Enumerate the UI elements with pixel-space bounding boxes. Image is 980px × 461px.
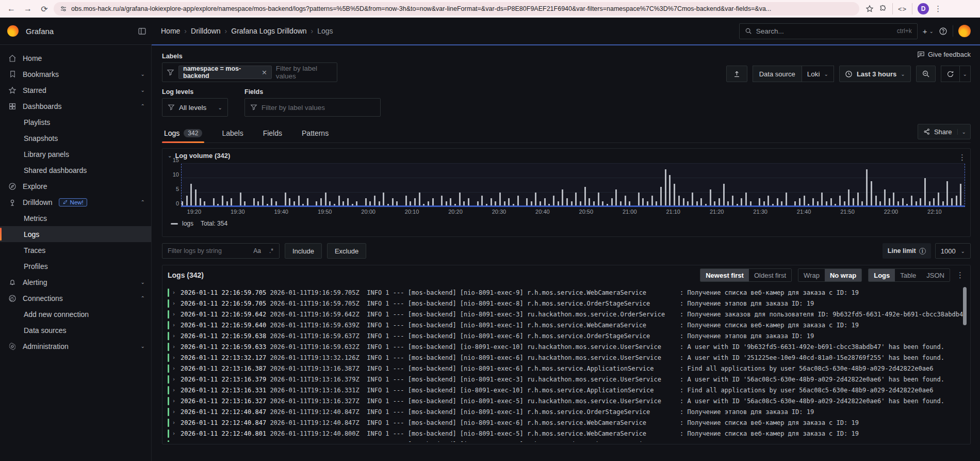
log-levels-dropdown[interactable]: All levels ⌄ [162,98,228,117]
sidebar-item-profiles[interactable]: Profiles [0,258,151,274]
sidebar-item-playlists[interactable]: Playlists [0,114,151,130]
upload-button[interactable] [726,66,747,82]
log-row[interactable]: ›2026-01-11 22:16:59.638 2026-01-11T19:1… [168,330,968,341]
sidebar-item-explore[interactable]: Explore [0,178,151,194]
exclude-button[interactable]: Exclude [327,243,366,259]
log-row[interactable]: ›2026-01-11 22:13:16.331 2026-01-11T19:1… [168,385,968,395]
share-dropdown[interactable]: ⌄ [957,129,970,135]
log-row[interactable]: ›2026-01-11 22:12:40.847 2026-01-11T19:1… [168,406,968,417]
collapse-chevron-icon[interactable]: ⌄ [168,153,172,158]
log-string-filter-input[interactable]: Filter logs by string Aa .* [162,243,280,259]
log-row[interactable]: ›2026-01-11 22:16:59.705 2026-01-11T19:1… [168,287,968,298]
expand-row-icon[interactable]: › [172,322,177,328]
sidebar-item-library-panels[interactable]: Library panels [0,146,151,162]
sidebar-item-bookmarks[interactable]: Bookmarks⌄ [0,66,151,82]
logs-scrollbar-thumb[interactable] [963,287,967,325]
log-row[interactable]: ›2026-01-11 22:16:59.705 2026-01-11T19:1… [168,298,968,309]
view-json[interactable]: JSON [921,269,950,281]
tab-fields[interactable]: Fields [261,125,284,142]
log-row[interactable]: ›2026-01-11 22:12:40.847 2026-01-11T19:1… [168,417,968,428]
remove-chip-icon[interactable]: ✕ [262,69,267,76]
tab-patterns[interactable]: Patterns [300,125,331,142]
chevron-down-icon[interactable]: ⌄ [141,279,145,285]
log-volume-plot[interactable] [181,164,965,207]
fields-filter-input[interactable]: Filter by label values [244,98,381,117]
chevron-up-icon[interactable]: ⌃ [141,199,145,205]
expand-row-icon[interactable]: › [172,376,177,382]
extensions-icon[interactable] [879,5,887,13]
expand-row-icon[interactable]: › [172,355,177,360]
expand-row-icon[interactable]: › [172,300,177,306]
breadcrumb-item-grafana-logs-drilldown[interactable]: Grafana Logs Drilldown [231,27,306,35]
give-feedback-button[interactable]: Give feedback [917,51,971,58]
sidebar-item-home[interactable]: Home [0,50,151,66]
regex-button[interactable]: .* [267,246,276,256]
panel-menu-icon[interactable]: ⋮ [958,153,966,162]
labels-filter-input[interactable]: namespace = mos-backend ✕ Filter by labe… [162,62,337,82]
sidebar-item-drilldown[interactable]: DrilldownNew!⌃ [0,194,151,210]
expand-row-icon[interactable]: › [172,365,177,371]
browser-back-icon[interactable]: ← [4,2,19,16]
sidebar-item-shared-dashboards[interactable]: Shared dashboards [0,162,151,178]
sidebar-toggle-icon[interactable] [138,27,146,36]
sidebar-item-starred[interactable]: Starred⌄ [0,82,151,98]
expand-row-icon[interactable]: › [172,441,177,442]
log-row[interactable]: ›2026-01-11 22:13:16.387 2026-01-11T19:1… [168,363,968,374]
wrap-wrap[interactable]: Wrap [798,269,825,281]
log-row[interactable]: ›2026-01-11 22:16:59.642 2026-01-11T19:1… [168,309,968,320]
time-range-picker[interactable]: Last 3 hours ⌄ [839,66,911,82]
log-row[interactable]: ›2026-01-11 22:12:40.801 2026-01-11T19:1… [168,428,968,439]
sidebar-item-data-sources[interactable]: Data sources [0,322,151,338]
info-icon[interactable]: i [919,248,926,255]
sidebar-item-metrics[interactable]: Metrics [0,210,151,226]
chevron-up-icon[interactable]: ⌃ [141,103,145,109]
sidebar-item-connections[interactable]: Connections⌃ [0,290,151,306]
grafana-logo[interactable] [7,25,19,37]
sidebar-item-snapshots[interactable]: Snapshots [0,130,151,146]
help-icon[interactable] [939,27,948,36]
log-row[interactable]: ›2026-01-11 22:16:59.640 2026-01-11T19:1… [168,320,968,330]
match-case-button[interactable]: Aa [251,246,264,256]
user-avatar[interactable] [958,25,971,37]
data-source-picker[interactable]: Data source Loki ⌄ [753,66,834,82]
chevron-up-icon[interactable]: ⌃ [141,295,145,301]
view-table[interactable]: Table [895,269,921,281]
sidebar-item-dashboards[interactable]: Dashboards⌃ [0,98,151,114]
breadcrumb-item-logs[interactable]: Logs [317,27,333,35]
breadcrumb-item-drilldown[interactable]: Drilldown [191,27,221,35]
browser-profile-avatar[interactable]: D [918,3,929,14]
devtools-code-icon[interactable]: <> [898,5,907,13]
expand-row-icon[interactable]: › [172,333,177,339]
sort-oldest-first[interactable]: Oldest first [749,269,791,281]
sort-newest-first[interactable]: Newest first [700,269,749,281]
search-input[interactable]: Search... ctrl+k [739,23,918,39]
share-button[interactable]: Share ⌄ [918,124,971,139]
browser-forward-icon[interactable]: → [21,2,35,16]
expand-row-icon[interactable]: › [172,420,177,425]
new-button[interactable]: + ⌄ [923,27,934,36]
logs-scrollbar[interactable] [962,287,967,442]
log-row[interactable]: ›2026-01-11 22:16:59.633 2026-01-11T19:1… [168,341,968,352]
browser-menu-icon[interactable]: ⋮ [934,4,942,13]
chevron-down-icon[interactable]: ⌄ [141,71,145,77]
sidebar-item-add-new-connection[interactable]: Add new connection [0,306,151,322]
tab-logs[interactable]: Logs 342 [162,125,204,142]
view-logs[interactable]: Logs [869,269,895,281]
sidebar-item-traces[interactable]: Traces [0,242,151,258]
bookmark-star-icon[interactable] [865,5,874,13]
zoom-out-button[interactable] [916,66,936,82]
refresh-button[interactable]: ⌄ [941,66,971,82]
site-info-icon[interactable] [60,5,67,12]
breadcrumb-item-home[interactable]: Home [161,27,180,35]
sidebar-item-administration[interactable]: Administration⌄ [0,338,151,354]
wrap-no-wrap[interactable]: No wrap [825,269,861,281]
refresh-interval-dropdown[interactable]: ⌄ [959,66,971,82]
refresh-icon[interactable] [941,66,959,82]
chevron-down-icon[interactable]: ⌄ [141,343,145,349]
expand-row-icon[interactable]: › [172,387,177,393]
log-row[interactable]: ›2026-01-11 22:13:32.127 2026-01-11T19:1… [168,352,968,363]
log-row[interactable]: ›2026-01-11 22:12:40.800 2026-01-11T19:1… [168,439,968,442]
log-row[interactable]: ›2026-01-11 22:13:16.379 2026-01-11T19:1… [168,374,968,385]
expand-row-icon[interactable]: › [172,431,177,436]
line-limit-dropdown[interactable]: 1000 ⌄ [935,243,971,259]
